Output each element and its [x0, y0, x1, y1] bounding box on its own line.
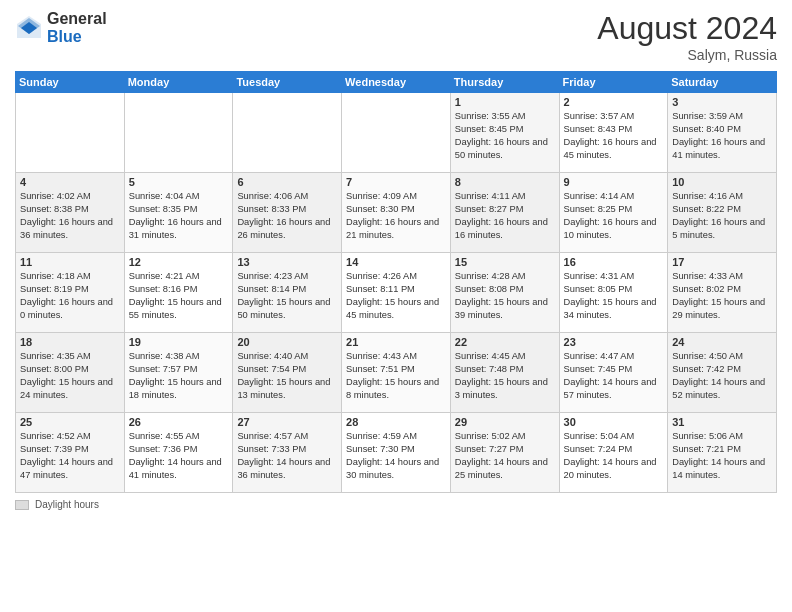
day-info-line: Sunset: 7:24 PM	[564, 443, 664, 456]
day-info-line: Sunset: 7:57 PM	[129, 363, 229, 376]
day-cell	[124, 93, 233, 173]
day-info-line: Daylight: 16 hours and 50 minutes.	[455, 136, 555, 162]
day-info: Sunrise: 4:02 AMSunset: 8:38 PMDaylight:…	[20, 190, 120, 242]
day-info-line: Sunset: 8:38 PM	[20, 203, 120, 216]
day-info-line: Sunset: 8:30 PM	[346, 203, 446, 216]
day-info: Sunrise: 4:26 AMSunset: 8:11 PMDaylight:…	[346, 270, 446, 322]
day-cell: 13Sunrise: 4:23 AMSunset: 8:14 PMDayligh…	[233, 253, 342, 333]
day-info-line: Sunset: 8:02 PM	[672, 283, 772, 296]
day-cell: 23Sunrise: 4:47 AMSunset: 7:45 PMDayligh…	[559, 333, 668, 413]
day-info: Sunrise: 4:11 AMSunset: 8:27 PMDaylight:…	[455, 190, 555, 242]
day-info-line: Daylight: 16 hours and 21 minutes.	[346, 216, 446, 242]
day-number: 9	[564, 176, 664, 188]
day-info-line: Sunrise: 4:09 AM	[346, 190, 446, 203]
day-number: 1	[455, 96, 555, 108]
day-info: Sunrise: 4:33 AMSunset: 8:02 PMDaylight:…	[672, 270, 772, 322]
day-info-line: Sunrise: 4:02 AM	[20, 190, 120, 203]
day-number: 30	[564, 416, 664, 428]
day-cell	[16, 93, 125, 173]
week-row-4: 25Sunrise: 4:52 AMSunset: 7:39 PMDayligh…	[16, 413, 777, 493]
day-info-line: Sunset: 8:11 PM	[346, 283, 446, 296]
day-info-line: Sunset: 8:40 PM	[672, 123, 772, 136]
day-number: 23	[564, 336, 664, 348]
day-number: 11	[20, 256, 120, 268]
day-number: 3	[672, 96, 772, 108]
week-row-3: 18Sunrise: 4:35 AMSunset: 8:00 PMDayligh…	[16, 333, 777, 413]
day-info-line: Sunset: 7:54 PM	[237, 363, 337, 376]
day-info-line: Sunrise: 4:06 AM	[237, 190, 337, 203]
day-cell: 10Sunrise: 4:16 AMSunset: 8:22 PMDayligh…	[668, 173, 777, 253]
day-info: Sunrise: 4:28 AMSunset: 8:08 PMDaylight:…	[455, 270, 555, 322]
day-number: 24	[672, 336, 772, 348]
location: Salym, Russia	[597, 47, 777, 63]
day-info: Sunrise: 5:04 AMSunset: 7:24 PMDaylight:…	[564, 430, 664, 482]
logo-blue: Blue	[47, 28, 107, 46]
day-info-line: Sunset: 7:33 PM	[237, 443, 337, 456]
col-tuesday: Tuesday	[233, 72, 342, 93]
day-info-line: Daylight: 16 hours and 31 minutes.	[129, 216, 229, 242]
day-info: Sunrise: 4:45 AMSunset: 7:48 PMDaylight:…	[455, 350, 555, 402]
day-info-line: Sunset: 7:36 PM	[129, 443, 229, 456]
month-title: August 2024	[597, 10, 777, 47]
col-thursday: Thursday	[450, 72, 559, 93]
day-info-line: Daylight: 16 hours and 10 minutes.	[564, 216, 664, 242]
day-info-line: Sunrise: 3:59 AM	[672, 110, 772, 123]
day-number: 8	[455, 176, 555, 188]
day-info-line: Daylight: 15 hours and 45 minutes.	[346, 296, 446, 322]
day-cell: 16Sunrise: 4:31 AMSunset: 8:05 PMDayligh…	[559, 253, 668, 333]
col-saturday: Saturday	[668, 72, 777, 93]
day-cell: 29Sunrise: 5:02 AMSunset: 7:27 PMDayligh…	[450, 413, 559, 493]
day-info-line: Sunrise: 4:45 AM	[455, 350, 555, 363]
col-friday: Friday	[559, 72, 668, 93]
day-info: Sunrise: 4:59 AMSunset: 7:30 PMDaylight:…	[346, 430, 446, 482]
day-number: 13	[237, 256, 337, 268]
day-info-line: Sunrise: 3:55 AM	[455, 110, 555, 123]
day-cell: 28Sunrise: 4:59 AMSunset: 7:30 PMDayligh…	[342, 413, 451, 493]
day-info-line: Sunset: 8:08 PM	[455, 283, 555, 296]
day-cell: 20Sunrise: 4:40 AMSunset: 7:54 PMDayligh…	[233, 333, 342, 413]
day-info-line: Sunset: 7:30 PM	[346, 443, 446, 456]
title-block: August 2024 Salym, Russia	[597, 10, 777, 63]
day-info-line: Daylight: 14 hours and 20 minutes.	[564, 456, 664, 482]
day-info: Sunrise: 4:38 AMSunset: 7:57 PMDaylight:…	[129, 350, 229, 402]
day-cell: 25Sunrise: 4:52 AMSunset: 7:39 PMDayligh…	[16, 413, 125, 493]
day-info: Sunrise: 4:50 AMSunset: 7:42 PMDaylight:…	[672, 350, 772, 402]
day-cell: 7Sunrise: 4:09 AMSunset: 8:30 PMDaylight…	[342, 173, 451, 253]
day-info: Sunrise: 3:55 AMSunset: 8:45 PMDaylight:…	[455, 110, 555, 162]
day-info-line: Daylight: 14 hours and 25 minutes.	[455, 456, 555, 482]
day-number: 10	[672, 176, 772, 188]
day-info-line: Daylight: 16 hours and 0 minutes.	[20, 296, 120, 322]
day-info-line: Sunset: 7:51 PM	[346, 363, 446, 376]
day-cell: 31Sunrise: 5:06 AMSunset: 7:21 PMDayligh…	[668, 413, 777, 493]
day-cell: 19Sunrise: 4:38 AMSunset: 7:57 PMDayligh…	[124, 333, 233, 413]
day-info-line: Sunrise: 5:02 AM	[455, 430, 555, 443]
day-info: Sunrise: 4:55 AMSunset: 7:36 PMDaylight:…	[129, 430, 229, 482]
col-monday: Monday	[124, 72, 233, 93]
day-number: 22	[455, 336, 555, 348]
week-row-0: 1Sunrise: 3:55 AMSunset: 8:45 PMDaylight…	[16, 93, 777, 173]
day-info: Sunrise: 4:14 AMSunset: 8:25 PMDaylight:…	[564, 190, 664, 242]
day-cell: 8Sunrise: 4:11 AMSunset: 8:27 PMDaylight…	[450, 173, 559, 253]
day-number: 19	[129, 336, 229, 348]
day-info: Sunrise: 4:43 AMSunset: 7:51 PMDaylight:…	[346, 350, 446, 402]
page: General Blue August 2024 Salym, Russia S…	[0, 0, 792, 612]
day-cell: 15Sunrise: 4:28 AMSunset: 8:08 PMDayligh…	[450, 253, 559, 333]
day-info: Sunrise: 4:04 AMSunset: 8:35 PMDaylight:…	[129, 190, 229, 242]
day-info-line: Daylight: 14 hours and 47 minutes.	[20, 456, 120, 482]
day-cell: 18Sunrise: 4:35 AMSunset: 8:00 PMDayligh…	[16, 333, 125, 413]
day-info: Sunrise: 4:16 AMSunset: 8:22 PMDaylight:…	[672, 190, 772, 242]
day-info-line: Daylight: 15 hours and 13 minutes.	[237, 376, 337, 402]
day-info-line: Sunset: 8:33 PM	[237, 203, 337, 216]
day-info-line: Sunrise: 4:38 AM	[129, 350, 229, 363]
day-number: 25	[20, 416, 120, 428]
day-info-line: Daylight: 14 hours and 52 minutes.	[672, 376, 772, 402]
day-number: 12	[129, 256, 229, 268]
day-info: Sunrise: 4:35 AMSunset: 8:00 PMDaylight:…	[20, 350, 120, 402]
day-info: Sunrise: 4:52 AMSunset: 7:39 PMDaylight:…	[20, 430, 120, 482]
logo-text: General Blue	[47, 10, 107, 45]
day-info: Sunrise: 5:06 AMSunset: 7:21 PMDaylight:…	[672, 430, 772, 482]
day-info-line: Sunset: 7:45 PM	[564, 363, 664, 376]
day-info: Sunrise: 4:40 AMSunset: 7:54 PMDaylight:…	[237, 350, 337, 402]
day-info-line: Sunrise: 4:31 AM	[564, 270, 664, 283]
day-cell: 2Sunrise: 3:57 AMSunset: 8:43 PMDaylight…	[559, 93, 668, 173]
